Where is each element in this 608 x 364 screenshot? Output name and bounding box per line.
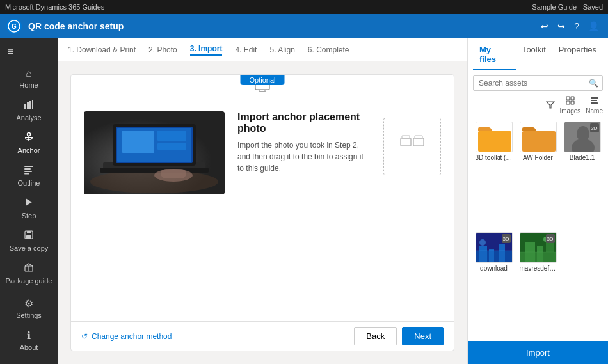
step-4[interactable]: 4. Edit [235, 45, 257, 54]
undo-icon[interactable]: ↩ [538, 19, 551, 34]
filter-control[interactable] [546, 100, 555, 111]
asset-badge-blade: 3D [590, 123, 599, 132]
svg-rect-60 [546, 241, 554, 263]
svg-rect-38 [566, 101, 570, 104]
images-view-control[interactable]: Images [560, 96, 581, 115]
svg-rect-10 [24, 168, 31, 170]
filter-icon [546, 100, 555, 111]
svg-rect-31 [161, 169, 186, 178]
svg-rect-52 [489, 249, 494, 263]
step-5[interactable]: 5. Align [269, 45, 294, 54]
asset-mavresdefault[interactable]: 3D mavresdefault [517, 230, 559, 338]
tab-properties[interactable]: Properties [552, 38, 603, 70]
content-card: Optional [70, 74, 454, 351]
sidebar-item-about[interactable]: ℹ About [0, 324, 58, 356]
outline-icon [24, 164, 34, 177]
svg-rect-32 [401, 138, 411, 146]
main-content: Optional [58, 61, 467, 364]
asset-label-blade: Blade1.1 [570, 154, 595, 161]
search-icon: 🔍 [585, 76, 602, 90]
package-icon [24, 262, 34, 275]
svg-rect-36 [566, 97, 570, 100]
step-3[interactable]: 3. Import [190, 44, 223, 56]
app-bar: G QR code anchor setup ↩ ↪ ? 👤 [0, 14, 608, 38]
step-6[interactable]: 6. Complete [308, 45, 349, 54]
tab-toolkit[interactable]: Toolkit [516, 38, 552, 70]
asset-thumb-awfolder [520, 122, 557, 152]
name-view-control[interactable]: Name [586, 96, 603, 115]
redo-icon[interactable]: ↪ [555, 19, 568, 34]
svg-rect-29 [157, 143, 186, 150]
sidebar-item-label: Save a copy [10, 244, 49, 252]
svg-rect-40 [591, 97, 598, 99]
svg-rect-2 [24, 104, 26, 109]
sidebar-item-analyse[interactable]: Analyse [0, 94, 58, 127]
sidebar-item-label: Package guide [6, 277, 52, 285]
sidebar-item-label: Anchor [18, 146, 40, 154]
step-2[interactable]: 2. Photo [148, 45, 177, 54]
sidebar-item-step[interactable]: Step [0, 192, 58, 225]
asset-awfolder[interactable]: AW Folder [517, 120, 559, 228]
svg-rect-59 [537, 246, 543, 263]
svg-point-6 [28, 133, 31, 136]
panel-search: 🔍 [473, 75, 603, 91]
anchor-icon [24, 132, 34, 145]
svg-rect-11 [24, 171, 32, 172]
sidebar-item-settings[interactable]: ⚙ Settings [0, 292, 58, 324]
user-icon[interactable]: 👤 [586, 19, 602, 34]
svg-text:G: G [12, 23, 17, 30]
title-bar: Microsoft Dynamics 365 Guides Sample Gui… [0, 0, 608, 14]
svg-rect-53 [499, 244, 505, 263]
svg-rect-41 [591, 100, 597, 101]
app-title: QR code anchor setup [28, 21, 124, 31]
svg-rect-37 [571, 97, 574, 100]
svg-rect-4 [29, 101, 31, 109]
change-method-label[interactable]: Change anchor method [92, 332, 172, 341]
sidebar-item-package[interactable]: Package guide [0, 257, 58, 290]
sidebar-item-home[interactable]: ⌂ Home [0, 63, 58, 94]
card-title: Import anchor placement photo [237, 111, 371, 134]
sidebar: ≡ ⌂ Home Analyse Anchor Outline [0, 38, 58, 364]
sidebar-item-outline[interactable]: Outline [0, 159, 58, 192]
sidebar-item-label: Settings [16, 312, 42, 319]
import-button[interactable]: Import [468, 341, 608, 364]
svg-rect-28 [157, 131, 186, 141]
card-footer: ↺ Change anchor method Back Next [71, 321, 454, 351]
name-icon [590, 96, 599, 106]
svg-rect-27 [122, 131, 154, 153]
asset-label-mavresdefault: mavresdefault [520, 265, 557, 272]
asset-download[interactable]: 3D download [473, 230, 515, 338]
panel-tabs: My files Toolkit Properties [468, 38, 608, 70]
change-anchor-method[interactable]: ↺ Change anchor method [81, 332, 172, 341]
sidebar-item-savecopy[interactable]: Save a copy [0, 225, 58, 257]
step-1[interactable]: 1. Download & Print [68, 45, 136, 54]
content-area: 1. Download & Print 2. Photo 3. Import 4… [58, 38, 467, 364]
search-input[interactable] [474, 76, 585, 90]
next-button[interactable]: Next [402, 327, 444, 345]
steps-nav: 1. Download & Print 2. Photo 3. Import 4… [58, 38, 467, 61]
help-icon[interactable]: ? [572, 19, 582, 34]
svg-point-21 [90, 170, 218, 193]
tab-my-files[interactable]: My files [473, 38, 516, 70]
drop-zone[interactable] [383, 118, 441, 175]
app-logo: G [6, 19, 22, 34]
title-bar-left: Microsoft Dynamics 365 Guides [5, 3, 104, 11]
back-button[interactable]: Back [354, 327, 397, 345]
text-section: Import anchor placement photo Import the… [237, 111, 371, 174]
scene-image [84, 111, 225, 194]
sidebar-item-label: Home [19, 81, 38, 89]
sidebar-hamburger[interactable]: ≡ [0, 41, 58, 63]
sidebar-item-anchor[interactable]: Anchor [0, 127, 58, 159]
svg-rect-9 [24, 166, 33, 167]
asset-blade[interactable]: 3D Blade1.1 [561, 120, 603, 228]
settings-icon: ⚙ [24, 297, 33, 310]
svg-rect-5 [32, 100, 33, 109]
footer-buttons: Back Next [354, 327, 444, 345]
laptop-preview [84, 111, 225, 194]
svg-rect-34 [413, 138, 424, 146]
name-label: Name [586, 107, 603, 115]
asset-thumb-3dtoolkit [476, 122, 513, 152]
svg-marker-13 [26, 198, 32, 206]
asset-label-3dtoolkit: 3D toolkit (custom) [476, 154, 513, 161]
asset-3dtoolkit[interactable]: 3D toolkit (custom) [473, 120, 515, 228]
